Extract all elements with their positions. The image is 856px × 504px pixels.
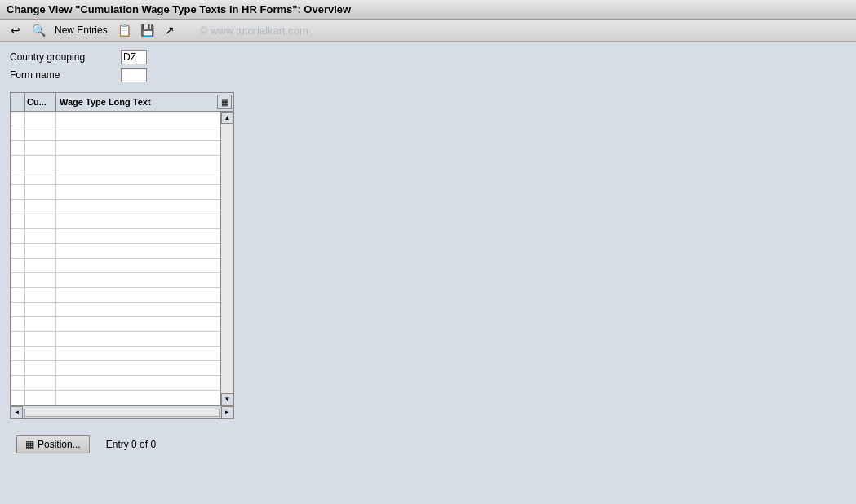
table-row[interactable] (11, 126, 220, 141)
row-checkbox-cell[interactable] (11, 303, 25, 317)
content-area: Country grouping Form name Cu... Wage Ty… (0, 42, 856, 462)
table-row[interactable] (11, 156, 220, 170)
table-row[interactable] (11, 332, 220, 347)
row-checkbox-cell[interactable] (11, 332, 25, 347)
form-name-label: Form name (10, 69, 116, 81)
row-checkbox-cell[interactable] (11, 170, 25, 185)
row-wage-cell (56, 141, 220, 156)
row-cu-cell (25, 156, 56, 170)
table-row[interactable] (11, 391, 220, 405)
table-row[interactable] (11, 229, 220, 244)
new-entries-label: New Entries (55, 24, 108, 36)
table-row[interactable] (11, 200, 220, 214)
row-cu-cell (25, 332, 56, 347)
row-checkbox-cell[interactable] (11, 361, 25, 376)
row-wage-cell (56, 214, 220, 229)
table-row[interactable] (11, 244, 220, 259)
table-row[interactable] (11, 141, 220, 156)
table-row[interactable] (11, 214, 220, 229)
table-row[interactable] (11, 112, 220, 126)
data-table: Cu... Wage Type Long Text ▦ (10, 92, 234, 419)
table-row[interactable] (11, 317, 220, 332)
table-row[interactable] (11, 259, 220, 273)
export-button[interactable]: ↗ (161, 23, 179, 38)
row-cu-cell (25, 317, 56, 332)
row-checkbox-cell[interactable] (11, 244, 25, 259)
vertical-scrollbar[interactable]: ▲ ▼ (220, 112, 233, 405)
row-checkbox-cell[interactable] (11, 288, 25, 303)
header-wage-cell: Wage Type Long Text (56, 93, 217, 111)
scroll-h-track (24, 409, 220, 417)
table-rows-container (11, 112, 220, 405)
row-checkbox-cell[interactable] (11, 156, 25, 170)
row-checkbox-cell[interactable] (11, 229, 25, 244)
row-cu-cell (25, 112, 56, 126)
row-wage-cell (56, 288, 220, 303)
position-button[interactable]: ▦ Position... (16, 435, 90, 453)
table-row[interactable] (11, 288, 220, 303)
table-row[interactable] (11, 361, 220, 376)
search-icon: 🔍 (32, 24, 45, 37)
search-button[interactable]: 🔍 (29, 23, 47, 38)
save-button[interactable]: 💾 (138, 23, 156, 38)
row-cu-cell (25, 200, 56, 214)
row-checkbox-cell[interactable] (11, 185, 25, 200)
row-wage-cell (56, 361, 220, 376)
row-cu-cell (25, 376, 56, 391)
row-wage-cell (56, 259, 220, 273)
row-cu-cell (25, 185, 56, 200)
row-checkbox-cell[interactable] (11, 273, 25, 288)
row-checkbox-cell[interactable] (11, 391, 25, 405)
copy-button[interactable]: 📋 (115, 23, 133, 38)
export-icon: ↗ (163, 24, 176, 37)
row-cu-cell (25, 273, 56, 288)
row-cu-cell (25, 126, 56, 141)
row-checkbox-cell[interactable] (11, 141, 25, 156)
row-checkbox-cell[interactable] (11, 112, 25, 126)
scroll-track (221, 124, 233, 393)
row-wage-cell (56, 200, 220, 214)
row-wage-cell (56, 126, 220, 141)
header-cu-label: Cu... (27, 97, 47, 107)
new-entries-button[interactable]: New Entries (52, 24, 110, 37)
country-grouping-row: Country grouping (10, 50, 846, 64)
row-checkbox-cell[interactable] (11, 126, 25, 141)
row-wage-cell (56, 244, 220, 259)
row-wage-cell (56, 317, 220, 332)
scroll-right-button[interactable]: ► (221, 406, 233, 418)
scroll-down-button[interactable]: ▼ (221, 393, 233, 405)
row-checkbox-cell[interactable] (11, 317, 25, 332)
row-wage-cell (56, 332, 220, 347)
header-cu-cell: Cu... (25, 93, 56, 111)
table-row[interactable] (11, 273, 220, 288)
column-settings-icon[interactable]: ▦ (217, 95, 232, 109)
table-row[interactable] (11, 376, 220, 391)
row-checkbox-cell[interactable] (11, 200, 25, 214)
copy-icon: 📋 (118, 24, 131, 37)
country-grouping-input[interactable] (121, 50, 147, 64)
horizontal-scrollbar[interactable]: ◄ ► (11, 405, 233, 418)
table-row[interactable] (11, 303, 220, 317)
scroll-up-button[interactable]: ▲ (221, 112, 233, 124)
country-grouping-label: Country grouping (10, 51, 116, 63)
row-checkbox-cell[interactable] (11, 376, 25, 391)
row-cu-cell (25, 303, 56, 317)
row-checkbox-cell[interactable] (11, 259, 25, 273)
row-wage-cell (56, 273, 220, 288)
form-name-row: Form name (10, 68, 846, 82)
row-checkbox-cell[interactable] (11, 214, 25, 229)
title-bar: Change View "Cumulation Wage Type Texts … (0, 0, 856, 20)
row-checkbox-cell[interactable] (11, 347, 25, 361)
row-cu-cell (25, 141, 56, 156)
scroll-left-button[interactable]: ◄ (11, 406, 23, 418)
form-name-input[interactable] (121, 68, 147, 82)
row-cu-cell (25, 259, 56, 273)
header-wage-label: Wage Type Long Text (60, 97, 151, 107)
row-cu-cell (25, 244, 56, 259)
entry-count-text: Entry 0 of 0 (106, 439, 156, 450)
table-row[interactable] (11, 185, 220, 200)
table-row[interactable] (11, 347, 220, 361)
back-button[interactable]: ↩ (7, 23, 24, 38)
table-row[interactable] (11, 170, 220, 185)
table-header: Cu... Wage Type Long Text ▦ (11, 93, 233, 112)
